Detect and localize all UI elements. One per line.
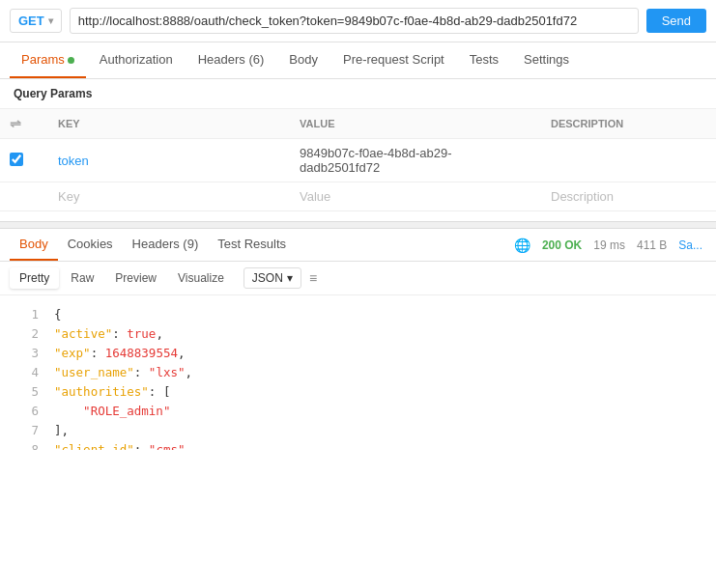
format-pretty[interactable]: Pretty — [10, 267, 59, 289]
code-line-3: 3 "exp": 1648839554, — [0, 344, 716, 363]
wrap-icon[interactable]: ≡ — [309, 270, 317, 286]
code-line-7: 7 ], — [0, 421, 716, 440]
params-table: ⇌ KEY VALUE DESCRIPTION token 9849b07c-f… — [0, 109, 716, 211]
row-key-cell: token — [48, 139, 290, 182]
row-key-link[interactable]: token — [58, 154, 89, 168]
empty-key-cell[interactable]: Key — [48, 182, 290, 211]
code-line-5: 5 "authorities": [ — [0, 382, 716, 402]
tab-test-results[interactable]: Test Results — [208, 229, 296, 261]
method-selector[interactable]: GET ▾ — [10, 9, 62, 33]
send-button[interactable]: Send — [646, 9, 706, 33]
request-tabs: Params Authorization Headers (6) Body Pr… — [0, 42, 716, 79]
desc-placeholder: Description — [551, 189, 614, 204]
format-type-chevron: ▾ — [287, 271, 293, 285]
row-desc-cell — [541, 139, 716, 182]
code-block: 1 { 2 "active": true, 3 "exp": 164883955… — [0, 295, 716, 450]
table-row: token 9849b07c-f0ae-4b8d-ab29-dadb2501fd… — [0, 139, 716, 182]
col-header-value: VALUE — [290, 109, 541, 139]
url-input[interactable] — [70, 8, 639, 34]
format-raw[interactable]: Raw — [61, 267, 103, 289]
key-placeholder: Key — [58, 189, 79, 204]
code-line-8: 8 "client_id": "cms", — [0, 440, 716, 450]
row-checkbox-cell — [0, 139, 48, 182]
panel-divider — [0, 221, 716, 229]
format-visualize[interactable]: Visualize — [168, 267, 234, 289]
params-dot — [68, 57, 74, 64]
empty-desc-cell[interactable]: Description — [541, 182, 716, 211]
response-size: 411 B — [637, 238, 667, 252]
tab-response-body[interactable]: Body — [10, 229, 58, 261]
tab-tests[interactable]: Tests — [458, 42, 510, 78]
code-line-2: 2 "active": true, — [0, 324, 716, 344]
response-status-bar: 🌐 200 OK 19 ms 411 B Sa... — [514, 238, 706, 253]
tab-headers[interactable]: Headers (6) — [186, 42, 276, 78]
empty-value-cell[interactable]: Value — [290, 182, 541, 211]
format-type-selector[interactable]: JSON ▾ — [243, 267, 301, 289]
save-response-button[interactable]: Sa... — [678, 238, 702, 252]
format-toolbar: Pretty Raw Preview Visualize JSON ▾ ≡ — [0, 262, 716, 295]
section-query-params: Query Params — [0, 79, 716, 109]
tab-settings[interactable]: Settings — [512, 42, 581, 78]
tab-prerequest[interactable]: Pre-request Script — [331, 42, 456, 78]
tab-authorization[interactable]: Authorization — [88, 42, 185, 78]
tab-body[interactable]: Body — [277, 42, 329, 78]
method-label: GET — [18, 14, 44, 28]
empty-check-cell — [0, 182, 48, 211]
tab-cookies[interactable]: Cookies — [58, 229, 123, 261]
col-header-key: KEY — [48, 109, 290, 139]
value-placeholder: Value — [300, 189, 330, 204]
row-value-text: 9849b07c-f0ae-4b8d-ab29-dadb2501fd72 — [300, 146, 452, 175]
response-time: 19 ms — [593, 238, 625, 252]
format-preview[interactable]: Preview — [105, 267, 166, 289]
response-tabs: Body Cookies Headers (9) Test Results 🌐 … — [0, 229, 716, 262]
col-header-check: ⇌ — [0, 109, 48, 139]
code-line-4: 4 "user_name": "lxs", — [0, 363, 716, 382]
row-value-cell: 9849b07c-f0ae-4b8d-ab29-dadb2501fd72 — [290, 139, 541, 182]
method-chevron-icon: ▾ — [48, 15, 53, 26]
url-bar: GET ▾ Send — [0, 0, 716, 42]
format-type-label: JSON — [252, 271, 283, 285]
code-line-6: 6 "ROLE_admin" — [0, 402, 716, 421]
tab-response-headers[interactable]: Headers (9) — [123, 229, 209, 261]
filter-icon[interactable]: ⇌ — [10, 116, 21, 131]
tab-params[interactable]: Params — [10, 42, 86, 78]
globe-icon: 🌐 — [514, 238, 530, 253]
empty-row: Key Value Description — [0, 182, 716, 211]
code-line-1: 1 { — [0, 305, 716, 324]
row-checkbox[interactable] — [10, 153, 23, 166]
status-ok: 200 OK — [542, 238, 582, 252]
col-header-description: DESCRIPTION — [541, 109, 716, 139]
